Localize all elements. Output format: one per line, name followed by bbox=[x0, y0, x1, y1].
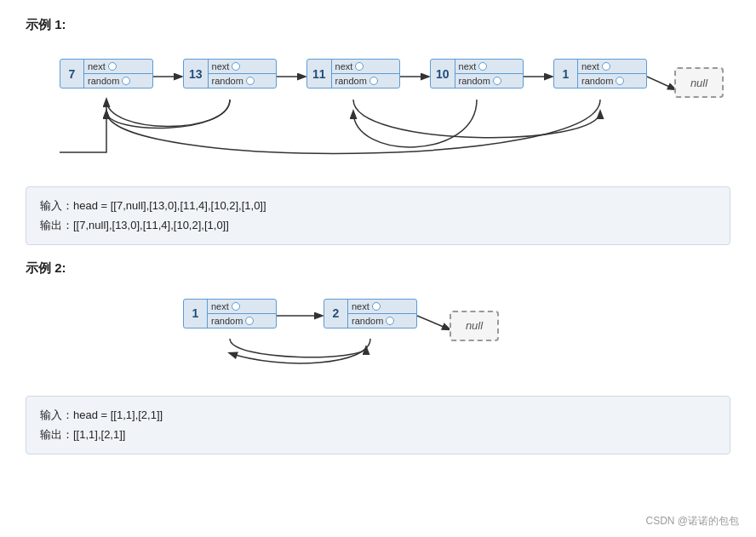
next-circle-1 bbox=[602, 62, 610, 71]
example2-code: 输入：head = [[1,1],[2,1]] 输出：[[1,1],[2,1]] bbox=[26, 396, 730, 454]
example1-title: 示例 1: bbox=[26, 17, 730, 33]
next-circle-7 bbox=[108, 62, 117, 71]
random-circle-1 bbox=[616, 77, 624, 85]
node-e2-1: 1 next random bbox=[183, 299, 277, 328]
node-11: 11 next random bbox=[306, 59, 400, 89]
example2-output: 输出：[[1,1],[2,1]] bbox=[40, 425, 716, 444]
null-node-1: null bbox=[674, 67, 724, 98]
null-node-2: null bbox=[450, 311, 499, 341]
next-label-1: next bbox=[581, 61, 599, 71]
node-13: 13 next random bbox=[183, 59, 277, 89]
example1-input: 输入：head = [[7,null],[13,0],[11,4],[10,2]… bbox=[40, 196, 716, 215]
random-circle-13 bbox=[246, 77, 255, 85]
random-circle-7 bbox=[122, 77, 130, 85]
next-label-11: next bbox=[335, 61, 353, 71]
example1-output: 输出：[[7,null],[13,0],[11,4],[10,2],[1,0]] bbox=[40, 215, 716, 235]
next-circle-11 bbox=[355, 62, 364, 71]
random-label-11: random bbox=[335, 76, 367, 86]
next-circle-13 bbox=[232, 62, 240, 71]
node-e2-2: 2 next random bbox=[324, 299, 417, 328]
example2-title: 示例 2: bbox=[26, 260, 730, 277]
watermark: CSDN @诺诺的包包 bbox=[645, 514, 739, 528]
random-circle-10 bbox=[493, 77, 501, 85]
next-label-13: next bbox=[212, 61, 230, 71]
svg-line-6 bbox=[417, 316, 450, 329]
section-2: 示例 2: 1 next bbox=[26, 260, 730, 454]
svg-line-4 bbox=[647, 77, 675, 89]
random-label-7: random bbox=[88, 76, 119, 86]
node-10: 10 next random bbox=[430, 59, 524, 89]
next-label-10: next bbox=[459, 61, 477, 71]
section-1: 示例 1: bbox=[26, 17, 730, 245]
example2-input: 输入：head = [[1,1],[2,1]] bbox=[40, 405, 716, 425]
example1-code: 输入：head = [[7,null],[13,0],[11,4],[10,2]… bbox=[26, 186, 730, 245]
random-label-1: random bbox=[581, 76, 613, 86]
next-circle-10 bbox=[478, 62, 487, 71]
random-label-13: random bbox=[212, 76, 243, 86]
random-label-10: random bbox=[459, 76, 490, 86]
node-7: 7 next random bbox=[60, 59, 153, 89]
node-1: 1 next random bbox=[553, 59, 647, 89]
next-label-7: next bbox=[88, 61, 106, 71]
random-circle-11 bbox=[369, 77, 378, 85]
